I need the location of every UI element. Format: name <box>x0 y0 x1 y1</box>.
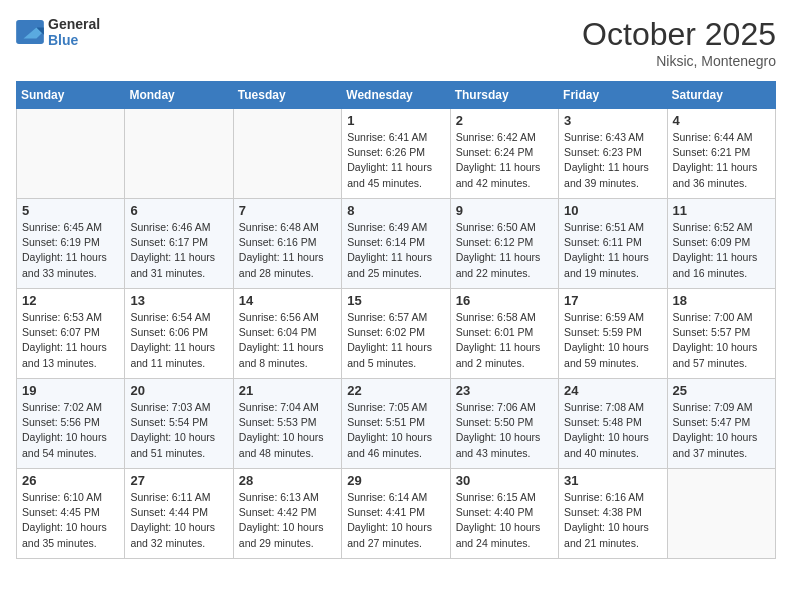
table-row: 23Sunrise: 7:06 AM Sunset: 5:50 PM Dayli… <box>450 379 558 469</box>
col-wednesday: Wednesday <box>342 82 450 109</box>
col-thursday: Thursday <box>450 82 558 109</box>
logo-general-text: General <box>48 16 100 32</box>
day-info: Sunrise: 6:54 AM Sunset: 6:06 PM Dayligh… <box>130 310 227 371</box>
calendar-week-row: 1Sunrise: 6:41 AM Sunset: 6:26 PM Daylig… <box>17 109 776 199</box>
col-monday: Monday <box>125 82 233 109</box>
day-number: 6 <box>130 203 227 218</box>
day-number: 20 <box>130 383 227 398</box>
day-info: Sunrise: 6:16 AM Sunset: 4:38 PM Dayligh… <box>564 490 661 551</box>
logo-icon <box>16 20 44 44</box>
day-number: 15 <box>347 293 444 308</box>
table-row <box>233 109 341 199</box>
calendar-week-row: 5Sunrise: 6:45 AM Sunset: 6:19 PM Daylig… <box>17 199 776 289</box>
table-row: 12Sunrise: 6:53 AM Sunset: 6:07 PM Dayli… <box>17 289 125 379</box>
table-row: 1Sunrise: 6:41 AM Sunset: 6:26 PM Daylig… <box>342 109 450 199</box>
table-row: 17Sunrise: 6:59 AM Sunset: 5:59 PM Dayli… <box>559 289 667 379</box>
table-row: 26Sunrise: 6:10 AM Sunset: 4:45 PM Dayli… <box>17 469 125 559</box>
table-row: 28Sunrise: 6:13 AM Sunset: 4:42 PM Dayli… <box>233 469 341 559</box>
day-info: Sunrise: 6:44 AM Sunset: 6:21 PM Dayligh… <box>673 130 770 191</box>
day-number: 23 <box>456 383 553 398</box>
day-info: Sunrise: 7:02 AM Sunset: 5:56 PM Dayligh… <box>22 400 119 461</box>
day-number: 1 <box>347 113 444 128</box>
table-row: 30Sunrise: 6:15 AM Sunset: 4:40 PM Dayli… <box>450 469 558 559</box>
day-number: 24 <box>564 383 661 398</box>
table-row: 24Sunrise: 7:08 AM Sunset: 5:48 PM Dayli… <box>559 379 667 469</box>
table-row: 31Sunrise: 6:16 AM Sunset: 4:38 PM Dayli… <box>559 469 667 559</box>
day-info: Sunrise: 6:15 AM Sunset: 4:40 PM Dayligh… <box>456 490 553 551</box>
table-row: 4Sunrise: 6:44 AM Sunset: 6:21 PM Daylig… <box>667 109 775 199</box>
day-info: Sunrise: 7:00 AM Sunset: 5:57 PM Dayligh… <box>673 310 770 371</box>
calendar-week-row: 26Sunrise: 6:10 AM Sunset: 4:45 PM Dayli… <box>17 469 776 559</box>
title-block: October 2025 Niksic, Montenegro <box>582 16 776 69</box>
day-number: 22 <box>347 383 444 398</box>
col-saturday: Saturday <box>667 82 775 109</box>
day-info: Sunrise: 6:49 AM Sunset: 6:14 PM Dayligh… <box>347 220 444 281</box>
day-number: 29 <box>347 473 444 488</box>
table-row: 8Sunrise: 6:49 AM Sunset: 6:14 PM Daylig… <box>342 199 450 289</box>
day-number: 7 <box>239 203 336 218</box>
day-number: 10 <box>564 203 661 218</box>
logo-blue-text: Blue <box>48 32 100 48</box>
table-row: 15Sunrise: 6:57 AM Sunset: 6:02 PM Dayli… <box>342 289 450 379</box>
table-row: 18Sunrise: 7:00 AM Sunset: 5:57 PM Dayli… <box>667 289 775 379</box>
day-number: 12 <box>22 293 119 308</box>
table-row: 20Sunrise: 7:03 AM Sunset: 5:54 PM Dayli… <box>125 379 233 469</box>
col-friday: Friday <box>559 82 667 109</box>
day-number: 21 <box>239 383 336 398</box>
table-row: 9Sunrise: 6:50 AM Sunset: 6:12 PM Daylig… <box>450 199 558 289</box>
day-number: 27 <box>130 473 227 488</box>
day-info: Sunrise: 6:45 AM Sunset: 6:19 PM Dayligh… <box>22 220 119 281</box>
calendar-table: Sunday Monday Tuesday Wednesday Thursday… <box>16 81 776 559</box>
month-title: October 2025 <box>582 16 776 53</box>
day-info: Sunrise: 6:43 AM Sunset: 6:23 PM Dayligh… <box>564 130 661 191</box>
day-info: Sunrise: 6:11 AM Sunset: 4:44 PM Dayligh… <box>130 490 227 551</box>
day-number: 3 <box>564 113 661 128</box>
day-info: Sunrise: 7:05 AM Sunset: 5:51 PM Dayligh… <box>347 400 444 461</box>
day-info: Sunrise: 7:04 AM Sunset: 5:53 PM Dayligh… <box>239 400 336 461</box>
page-header: General Blue October 2025 Niksic, Monten… <box>16 16 776 69</box>
col-tuesday: Tuesday <box>233 82 341 109</box>
day-info: Sunrise: 6:58 AM Sunset: 6:01 PM Dayligh… <box>456 310 553 371</box>
table-row: 2Sunrise: 6:42 AM Sunset: 6:24 PM Daylig… <box>450 109 558 199</box>
table-row <box>125 109 233 199</box>
day-info: Sunrise: 6:46 AM Sunset: 6:17 PM Dayligh… <box>130 220 227 281</box>
day-number: 16 <box>456 293 553 308</box>
table-row: 19Sunrise: 7:02 AM Sunset: 5:56 PM Dayli… <box>17 379 125 469</box>
logo-text: General Blue <box>48 16 100 48</box>
day-number: 31 <box>564 473 661 488</box>
day-info: Sunrise: 6:59 AM Sunset: 5:59 PM Dayligh… <box>564 310 661 371</box>
day-number: 14 <box>239 293 336 308</box>
table-row: 11Sunrise: 6:52 AM Sunset: 6:09 PM Dayli… <box>667 199 775 289</box>
table-row: 22Sunrise: 7:05 AM Sunset: 5:51 PM Dayli… <box>342 379 450 469</box>
day-info: Sunrise: 6:56 AM Sunset: 6:04 PM Dayligh… <box>239 310 336 371</box>
table-row: 6Sunrise: 6:46 AM Sunset: 6:17 PM Daylig… <box>125 199 233 289</box>
day-info: Sunrise: 6:10 AM Sunset: 4:45 PM Dayligh… <box>22 490 119 551</box>
day-info: Sunrise: 6:13 AM Sunset: 4:42 PM Dayligh… <box>239 490 336 551</box>
table-row: 3Sunrise: 6:43 AM Sunset: 6:23 PM Daylig… <box>559 109 667 199</box>
location-title: Niksic, Montenegro <box>582 53 776 69</box>
day-number: 2 <box>456 113 553 128</box>
day-number: 11 <box>673 203 770 218</box>
table-row: 21Sunrise: 7:04 AM Sunset: 5:53 PM Dayli… <box>233 379 341 469</box>
day-number: 4 <box>673 113 770 128</box>
day-info: Sunrise: 7:06 AM Sunset: 5:50 PM Dayligh… <box>456 400 553 461</box>
day-info: Sunrise: 7:09 AM Sunset: 5:47 PM Dayligh… <box>673 400 770 461</box>
day-number: 8 <box>347 203 444 218</box>
calendar-week-row: 19Sunrise: 7:02 AM Sunset: 5:56 PM Dayli… <box>17 379 776 469</box>
table-row: 16Sunrise: 6:58 AM Sunset: 6:01 PM Dayli… <box>450 289 558 379</box>
day-info: Sunrise: 6:57 AM Sunset: 6:02 PM Dayligh… <box>347 310 444 371</box>
day-number: 28 <box>239 473 336 488</box>
day-info: Sunrise: 6:52 AM Sunset: 6:09 PM Dayligh… <box>673 220 770 281</box>
day-number: 19 <box>22 383 119 398</box>
day-info: Sunrise: 6:48 AM Sunset: 6:16 PM Dayligh… <box>239 220 336 281</box>
day-number: 25 <box>673 383 770 398</box>
day-info: Sunrise: 6:51 AM Sunset: 6:11 PM Dayligh… <box>564 220 661 281</box>
day-info: Sunrise: 6:41 AM Sunset: 6:26 PM Dayligh… <box>347 130 444 191</box>
table-row: 14Sunrise: 6:56 AM Sunset: 6:04 PM Dayli… <box>233 289 341 379</box>
calendar-week-row: 12Sunrise: 6:53 AM Sunset: 6:07 PM Dayli… <box>17 289 776 379</box>
table-row: 27Sunrise: 6:11 AM Sunset: 4:44 PM Dayli… <box>125 469 233 559</box>
day-info: Sunrise: 6:42 AM Sunset: 6:24 PM Dayligh… <box>456 130 553 191</box>
table-row: 13Sunrise: 6:54 AM Sunset: 6:06 PM Dayli… <box>125 289 233 379</box>
day-number: 13 <box>130 293 227 308</box>
day-number: 5 <box>22 203 119 218</box>
